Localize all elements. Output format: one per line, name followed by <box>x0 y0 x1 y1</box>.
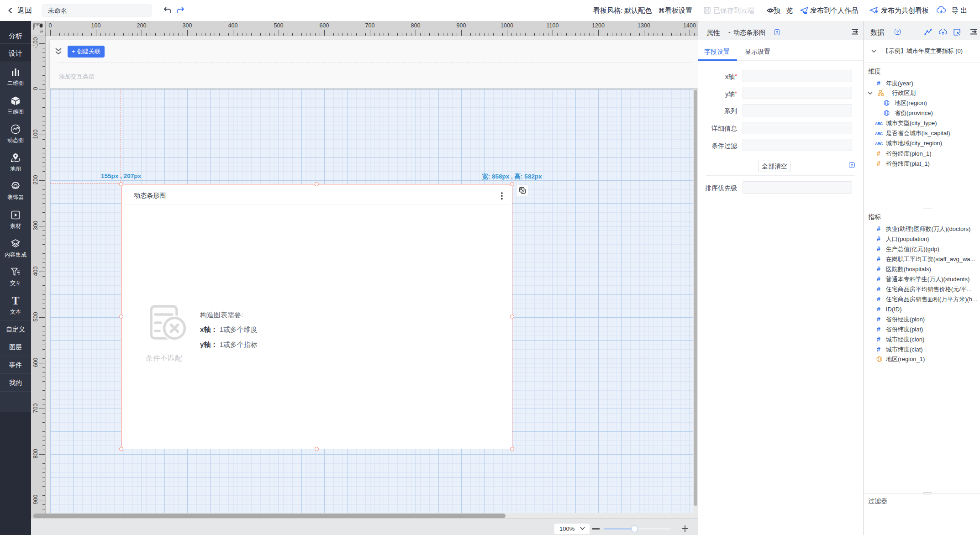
svg-text:开: 开 <box>40 29 43 33</box>
